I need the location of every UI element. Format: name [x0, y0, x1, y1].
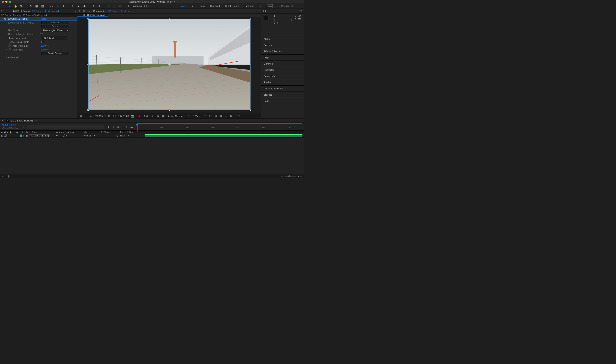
frame-handle-w[interactable] — [88, 64, 89, 65]
render-tp-checkbox[interactable] — [41, 41, 44, 43]
brush-tool-icon[interactable]: ✎ — [70, 4, 75, 8]
parent-header[interactable]: Parent & Link — [120, 131, 133, 133]
cancel-button[interactable]: Cancel — [41, 25, 68, 28]
workspace-smallscreen[interactable]: Small Screen — [225, 5, 239, 7]
mask-icon[interactable]: 👓 — [89, 115, 93, 118]
comp-chip[interactable]: 3D Camera Tracking — [78, 13, 108, 17]
snapping-checkbox[interactable] — [128, 5, 131, 7]
comp-menu-icon[interactable]: ≡ — [133, 10, 134, 13]
shot-type-dropdown[interactable]: Fixed Angle of View ▾ — [41, 29, 69, 32]
close-tab-icon[interactable]: t — [1, 10, 4, 13]
clone-stamp-tool-icon[interactable]: ▲ — [76, 4, 81, 8]
close-comp-tab-icon[interactable]: × — [79, 10, 80, 12]
camera-tool-icon[interactable]: ▣ — [34, 4, 39, 8]
layer-color-chip[interactable] — [20, 134, 22, 137]
close-window-icon[interactable] — [2, 1, 4, 3]
zoom-value[interactable]: (79.3%) — [94, 115, 103, 117]
zoom-tool-icon[interactable]: 🔍 — [19, 4, 24, 8]
work-area-bar[interactable] — [137, 123, 302, 124]
tgtsize-twirl-icon[interactable]: › — [6, 49, 8, 51]
mesh-tool-icon[interactable]: ◇ — [106, 4, 111, 8]
timeline-zoom[interactable]: ▲ ▲▲ — [281, 175, 302, 177]
frame-handle-nw[interactable] — [88, 18, 89, 19]
close-timeline-tab-icon[interactable]: × — [2, 119, 3, 122]
workspace-more-icon[interactable]: » — [260, 4, 261, 8]
camera-dropdown[interactable]: Active Camera▾ — [167, 114, 190, 118]
rectangle-tool-icon[interactable]: ▭ — [49, 4, 54, 8]
panel-paragraph[interactable]: Paragraph — [261, 73, 304, 79]
workspace-standard[interactable]: Standard — [210, 5, 220, 7]
exposure-value[interactable]: +0.0 — [235, 115, 240, 117]
timeline-search[interactable]: ⌕▾ — [21, 123, 106, 130]
workspace-default[interactable]: Default — [179, 5, 186, 7]
frame-handle-sw[interactable] — [88, 109, 89, 111]
tgt-size-value[interactable]: 100.0% — [41, 48, 49, 51]
toggle-brackets-icon[interactable]: {|} — [8, 175, 11, 178]
views-dropdown[interactable]: 1 View▾ — [192, 114, 207, 118]
layer-parent-dropdown[interactable]: None▾ — [120, 134, 130, 137]
timeline-layer-row[interactable]: ◉ 🔊 › 1 ▤ [3D Cam…ing.mp4] ✲ ╱ fx Normal… — [0, 134, 304, 138]
shy-icon[interactable]: ✲ — [113, 125, 115, 128]
show-tp-dropdown[interactable]: 3D Solved ▾ — [41, 36, 67, 40]
pen-tool-icon[interactable]: ✒ — [55, 4, 60, 8]
panel-effects-presets[interactable]: Effects & Presets — [261, 48, 304, 54]
crop-icon[interactable]: ⛶ — [113, 115, 116, 118]
resolution-dropdown[interactable]: Full▾ — [143, 114, 155, 118]
layer-mode-dropdown[interactable]: Normal▾ — [84, 134, 95, 137]
flowchart-icon[interactable]: ⎌ — [224, 115, 228, 118]
toggle-switches-icon[interactable]: ⎘ — [2, 175, 3, 178]
stopwatch-icon[interactable] — [8, 44, 11, 47]
layername-header[interactable]: Layer Name — [26, 131, 38, 133]
layer-shy-icon[interactable]: ✲ — [56, 134, 58, 137]
frame-blend-icon[interactable]: ▦ — [117, 125, 119, 128]
frame-handle-s[interactable] — [169, 109, 170, 111]
info-panel-header[interactable]: Info ≡ — [261, 9, 304, 13]
solo-header-icon[interactable]: ● — [7, 131, 8, 133]
advanced-twirl-icon[interactable]: › — [6, 56, 8, 58]
roto-brush-tool-icon[interactable]: ✎ — [91, 4, 96, 8]
zoom-knob[interactable] — [288, 175, 290, 177]
tab-menu-icon[interactable]: ≡ — [61, 10, 62, 13]
fast-preview-icon[interactable]: ▦ — [219, 115, 223, 118]
motion-blur-icon[interactable]: ◫ — [122, 125, 124, 128]
panel-tracker[interactable]: Tracker — [261, 79, 304, 85]
eraser-tool-icon[interactable]: ◆ — [82, 4, 87, 8]
panel-paint[interactable]: Paint — [261, 98, 304, 104]
speaker-header-icon[interactable]: 🔊 — [4, 131, 6, 133]
vr-icon[interactable]: ▭▭ — [267, 4, 273, 8]
resolution-icon[interactable]: ⊞ — [108, 115, 111, 118]
frame-handle-e[interactable] — [250, 64, 251, 65]
orbit-tool-icon[interactable]: ↻ — [28, 4, 33, 8]
info-menu-icon[interactable]: ≡ — [300, 10, 302, 13]
preview-frame[interactable] — [88, 19, 251, 110]
help-search[interactable]: ⌕ — [276, 5, 303, 7]
layer-name[interactable]: [3D Cam…ing.mp4] — [29, 134, 50, 137]
workspace-libraries[interactable]: Libraries — [245, 5, 254, 7]
effect-twirl-icon[interactable]: ⌄ — [2, 18, 4, 20]
selection-tool-icon[interactable]: ▲ — [7, 4, 12, 8]
hav-twirl-icon[interactable]: › — [6, 33, 8, 35]
magnify-list-icon[interactable]: ▦ — [79, 115, 83, 118]
snapping-option-icon[interactable]: ᐊ — [144, 5, 145, 8]
reset-button[interactable]: Reset — [42, 17, 48, 20]
snapping-option2-icon[interactable]: ⛶ — [146, 5, 148, 7]
panel-brushes[interactable]: Brushes — [261, 91, 304, 98]
time-ruler[interactable]: 02s 03s 04s 05s 06s 07s — [135, 123, 304, 130]
puppet-tool-icon[interactable]: ✧ — [97, 4, 102, 8]
timeline-timecode[interactable]: 5:14:01:00 — [2, 124, 19, 127]
layer-speaker-icon[interactable]: 🔊 — [4, 134, 7, 137]
panel-audio[interactable]: Audio — [261, 36, 304, 42]
mesh3-tool-icon[interactable]: ▢ — [118, 4, 123, 8]
effect-controls-tab[interactable]: 🔒 Effect Controls 3D Camera Tracking.mp4… — [11, 9, 64, 13]
timeline-tab-name[interactable]: 3D Camera Tracking — [11, 119, 33, 122]
panel-preview[interactable]: Preview — [261, 42, 304, 48]
guides-icon[interactable]: ▣ — [156, 115, 160, 118]
crop1-icon[interactable]: ⛶ — [209, 115, 212, 118]
label-header-icon[interactable]: ◆ — [16, 131, 18, 133]
display-icon[interactable]: 🖵 — [84, 115, 88, 118]
comp-button-icon[interactable]: ◧ — [108, 125, 110, 128]
frame-handle-ne[interactable] — [250, 18, 251, 19]
graph-editor-icon[interactable]: ⎘ — [126, 125, 128, 128]
lock-header-icon[interactable]: 🔒 — [9, 131, 12, 133]
stopwatch-icon[interactable] — [8, 48, 11, 51]
